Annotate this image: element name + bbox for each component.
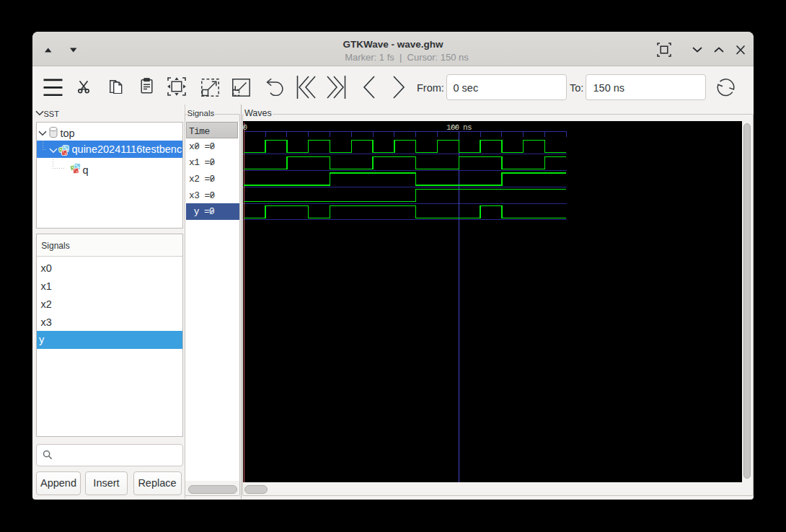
svg-text:100 ns: 100 ns <box>446 123 472 132</box>
svg-text:0: 0 <box>243 123 247 132</box>
